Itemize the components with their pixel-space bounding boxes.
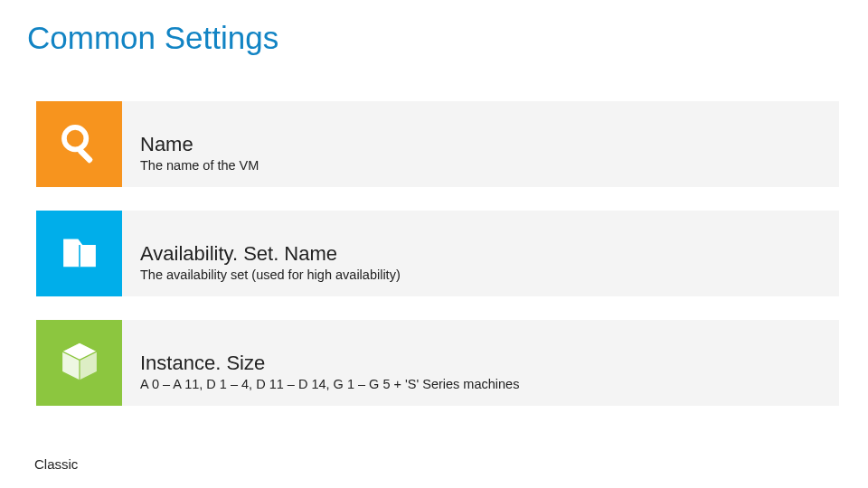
row-title-name: Name	[140, 134, 259, 155]
tile-instance	[36, 320, 122, 406]
settings-list: Name The name of the VM Availability. Se…	[36, 101, 839, 406]
cube-icon	[56, 338, 103, 389]
page-title: Common Settings	[27, 20, 278, 56]
row-title-instance: Instance. Size	[140, 352, 519, 374]
row-title-availability: Availability. Set. Name	[140, 243, 401, 265]
svg-point-0	[63, 127, 85, 148]
footer-label: Classic	[34, 456, 78, 472]
search-icon	[56, 119, 103, 170]
svg-rect-1	[77, 146, 93, 163]
row-desc-availability: The availability set (used for high avai…	[140, 267, 401, 282]
tile-availability	[36, 211, 122, 296]
list-item: Instance. Size A 0 – A 11, D 1 – 4, D 11…	[36, 320, 839, 406]
list-item: Availability. Set. Name The availability…	[36, 211, 839, 296]
row-desc-instance: A 0 – A 11, D 1 – 4, D 11 – D 14, G 1 – …	[140, 377, 519, 391]
list-item: Name The name of the VM	[36, 101, 839, 187]
tile-name	[36, 101, 122, 187]
row-desc-name: The name of the VM	[140, 158, 259, 173]
folder-icon	[56, 229, 103, 279]
